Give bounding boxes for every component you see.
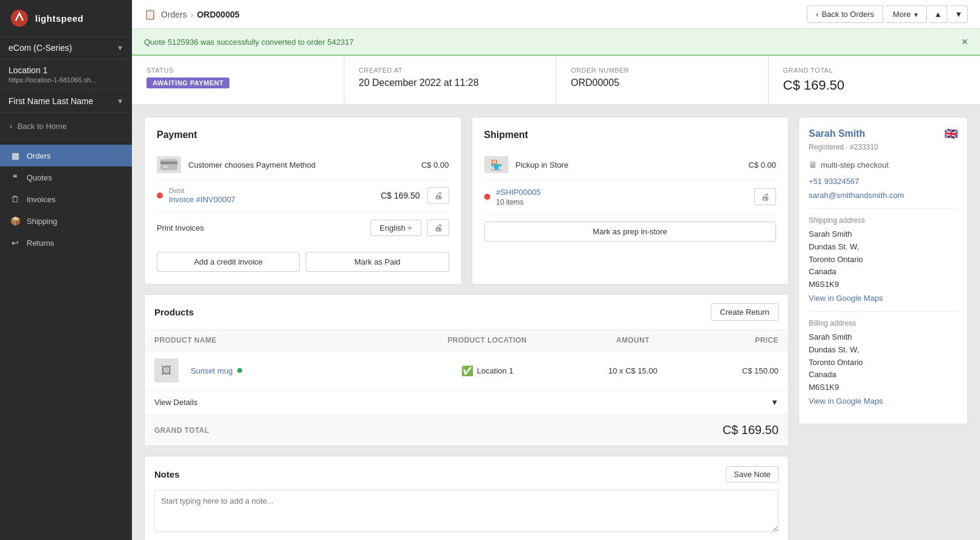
- user-dropdown[interactable]: First Name Last Name ▼: [0, 90, 132, 113]
- shipment-ship-row: #SHIP00005 10 items 🖨: [484, 180, 777, 214]
- notes-title: Notes: [154, 469, 180, 479]
- shipping-map-link[interactable]: View in Google Maps: [809, 294, 958, 303]
- returns-icon: ↩: [10, 238, 21, 248]
- payment-method-icon: [157, 156, 181, 173]
- product-name-link[interactable]: Sunset mug: [191, 366, 232, 375]
- billing-country: Canada: [809, 369, 958, 381]
- prev-order-button[interactable]: ▲: [929, 5, 947, 23]
- add-credit-label: Add a credit invoice: [194, 257, 262, 266]
- language-button[interactable]: English ÷: [370, 220, 421, 236]
- save-note-button[interactable]: Save Note: [726, 466, 778, 482]
- invoice-link[interactable]: Invoice #INV00007: [169, 195, 235, 204]
- billing-name: Sarah Smith: [809, 331, 958, 344]
- product-amount-cell: 10 x C$ 15.00: [570, 366, 695, 375]
- sidebar-logo: lightspeed: [0, 0, 132, 37]
- sidebar-item-invoices[interactable]: 🗒 Invoices: [0, 188, 132, 210]
- grand-total-header-value: C$ 169.50: [783, 77, 966, 93]
- shipment-title: Shipment: [484, 130, 777, 140]
- location-url: https://location-1-681066.sh...: [8, 76, 123, 84]
- ship-status-dot: [484, 194, 490, 200]
- ship-items: 10 items: [496, 198, 755, 206]
- topbar-right: ‹ Back to Orders More ▼ ▲ ▼: [807, 5, 968, 23]
- back-to-home-link[interactable]: ‹ Back to Home: [0, 113, 132, 140]
- main-content: 📋 Orders › ORD00005 ‹ Back to Orders Mor…: [132, 0, 980, 540]
- billing-address-label: Billing address: [809, 319, 958, 328]
- lightspeed-logo-icon: [10, 8, 29, 28]
- sidebar-item-invoices-label: Invoices: [27, 195, 56, 204]
- payment-title: Payment: [157, 130, 449, 140]
- back-to-home-label: Back to Home: [18, 122, 67, 131]
- location-name: Location 1: [8, 65, 123, 75]
- customer-phone[interactable]: +51 93324567: [809, 177, 958, 186]
- created-label: CREATED AT: [359, 67, 542, 74]
- shipping-icon: 📦: [10, 216, 21, 226]
- payment-method-label: Customer chooses Payment Method: [188, 160, 421, 170]
- shipping-country: Canada: [809, 266, 958, 278]
- customer-email[interactable]: sarah@smithandsmith.com: [809, 191, 958, 200]
- print-invoices-button[interactable]: 🖨: [427, 219, 449, 236]
- more-button[interactable]: More ▼: [886, 5, 927, 23]
- success-close-button[interactable]: ×: [961, 36, 968, 47]
- billing-map-link[interactable]: View in Google Maps: [809, 397, 958, 406]
- mark-as-paid-button[interactable]: Mark as Paid: [306, 252, 449, 272]
- product-status-dot: [237, 368, 242, 373]
- shipping-street: Dundas St. W,: [809, 241, 958, 254]
- back-to-orders-button[interactable]: ‹ Back to Orders: [807, 5, 883, 23]
- sidebar-item-quotes[interactable]: ❝ Quotes: [0, 166, 132, 188]
- store-type-label: eCom (C-Series): [8, 43, 72, 53]
- add-credit-invoice-button[interactable]: Add a credit invoice: [157, 252, 300, 272]
- customer-card: Sarah Smith 🇬🇧 Registered · #233310 🖥 mu…: [798, 117, 968, 424]
- sidebar-item-shipping-label: Shipping: [27, 217, 58, 226]
- notes-textarea[interactable]: [154, 490, 778, 532]
- products-card: Products Create Return Product name Prod…: [144, 294, 789, 446]
- sidebar-item-quotes-label: Quotes: [27, 173, 52, 182]
- ship-link[interactable]: #SHIP00005: [496, 188, 541, 197]
- sidebar-item-returns[interactable]: ↩ Returns: [0, 232, 132, 254]
- products-title: Products: [154, 307, 194, 317]
- col-header-product: Product name: [154, 336, 404, 344]
- payment-actions: Add a credit invoice Mark as Paid: [157, 243, 449, 272]
- sidebar-item-shipping[interactable]: 📦 Shipping: [0, 210, 132, 232]
- status-item-order-number: ORDER NUMBER ORD00005: [556, 56, 769, 104]
- col-header-amount: Amount: [570, 336, 695, 344]
- sidebar-item-orders[interactable]: ▦ Orders: [0, 145, 132, 166]
- grand-total-header-label: GRAND TOTAL: [783, 67, 966, 74]
- flag-icon: 🇬🇧: [944, 127, 958, 140]
- create-return-button[interactable]: Create Return: [711, 303, 778, 321]
- breadcrumb: Orders › ORD00005: [161, 10, 240, 19]
- status-item-status: STATUS AWAITING PAYMENT: [132, 56, 344, 104]
- store-type-dropdown[interactable]: eCom (C-Series) ▼: [0, 37, 132, 59]
- right-panel: Sarah Smith 🇬🇧 Registered · #233310 🖥 mu…: [798, 117, 968, 528]
- product-thumbnail: 🖼: [154, 358, 179, 383]
- save-note-label: Save Note: [734, 470, 771, 479]
- chevron-down-icon: ▼: [913, 12, 919, 18]
- table-row: 🖼 Sunset mug ✅ Location 1 10 x C$ 15.00 …: [145, 351, 788, 390]
- language-label: English ÷: [380, 223, 412, 232]
- invoice-amount: C$ 169.50: [381, 191, 420, 200]
- payment-card: Payment Customer chooses Payment Method …: [144, 117, 462, 285]
- next-order-button[interactable]: ▼: [950, 5, 968, 23]
- chevron-up-icon: ▲: [934, 10, 942, 19]
- customer-feature: 🖥 multi-step checkout: [809, 160, 958, 170]
- pickup-amount: C$ 0.00: [748, 160, 776, 170]
- print-shipment-button[interactable]: 🖨: [754, 188, 776, 205]
- status-badge: AWAITING PAYMENT: [146, 77, 329, 88]
- view-details-row[interactable]: View Details ▼: [145, 390, 788, 415]
- location-info: Location 1 https://location-1-681066.sh.…: [0, 59, 132, 90]
- customer-name[interactable]: Sarah Smith: [809, 128, 865, 139]
- user-name: First Name Last Name: [8, 96, 93, 106]
- success-banner: Quote 5125936 was successfully converted…: [132, 29, 980, 56]
- col-header-location: Product Location: [404, 336, 570, 344]
- shipping-name: Sarah Smith: [809, 228, 958, 241]
- chevron-down-icon: ▼: [117, 44, 123, 51]
- shipping-address-label: Shipping address: [809, 216, 958, 225]
- print-invoice-button[interactable]: 🖨: [427, 187, 449, 204]
- sidebar-nav: ▦ Orders ❝ Quotes 🗒 Invoices 📦 Shipping …: [0, 140, 132, 540]
- breadcrumb-orders[interactable]: Orders: [161, 10, 187, 19]
- billing-address-section: Billing address Sarah Smith Dundas St. W…: [809, 319, 958, 406]
- breadcrumb-current: ORD00005: [197, 10, 239, 19]
- mark-as-prep-button[interactable]: Mark as prep in-store: [484, 222, 777, 242]
- printer-icon-2: 🖨: [434, 223, 442, 232]
- svg-rect-2: [160, 162, 177, 164]
- invoice-row: Debit Invoice #INV00007 C$ 169.50 🖨: [157, 180, 449, 212]
